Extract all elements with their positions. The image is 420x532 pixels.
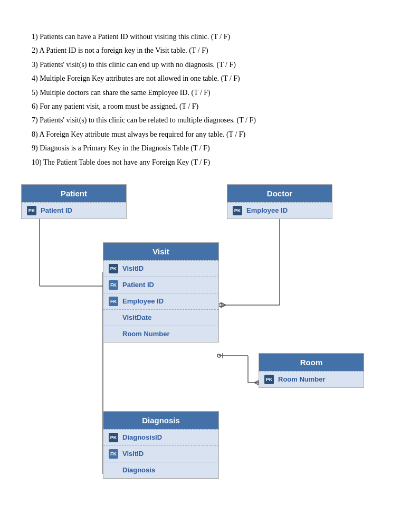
no-badge — [109, 313, 118, 322]
visitid-label: VisitID — [122, 450, 144, 458]
question-item: 9) Diagnosis is a Primary Key in the Dia… — [32, 142, 399, 154]
questions-list: 1) Patients can have a Patient ID withou… — [32, 31, 399, 168]
diagnosis-label: Diagnosis — [122, 466, 155, 474]
question-item: 4) Multiple Foreign Key attributes are n… — [32, 73, 399, 84]
visit-row-employeeid: FK Employee ID — [103, 293, 218, 309]
question-block: 1) Patients can have a Patient ID withou… — [21, 16, 399, 168]
table-patient: Patient PK Patient ID — [21, 184, 127, 219]
table-diagnosis: Diagnosis PK DiagnosisID FK VisitID Diag… — [103, 411, 219, 479]
question-item: 1) Patients can have a Patient ID withou… — [32, 31, 399, 43]
erd-diagram: Patient PK Patient ID Doctor PK Employee… — [21, 184, 401, 511]
roomnumber-label: Room Number — [278, 375, 326, 383]
room-header: Room — [259, 354, 364, 371]
patient-row-patientid: PK Patient ID — [22, 202, 126, 218]
svg-point-16 — [217, 354, 221, 357]
svg-line-7 — [221, 302, 226, 305]
employee-id-label: Employee ID — [122, 297, 164, 305]
diagnosis-row-visitid: FK VisitID — [103, 445, 218, 462]
patient-id-label: Patient ID — [122, 281, 154, 289]
pk-badge: PK — [109, 264, 118, 273]
question-item: 7) Patients' visit(s) to this clinic can… — [32, 115, 399, 126]
fk-badge: FK — [109, 297, 118, 306]
table-visit: Visit PK VisitID FK Patient ID FK Employ… — [103, 242, 219, 343]
table-doctor: Doctor PK Employee ID — [227, 184, 332, 219]
question-item: 5) Multiple doctors can share the same E… — [32, 87, 399, 99]
fk-badge: FK — [109, 449, 118, 459]
question-item: 8) A Foreign Key attribute must always b… — [32, 129, 399, 140]
visit-row-patientid: FK Patient ID — [103, 277, 218, 293]
doctor-row-employeeid: PK Employee ID — [227, 202, 332, 218]
question-item: 10) The Patient Table does not have any … — [32, 157, 399, 168]
employee-id-label: Employee ID — [246, 206, 288, 214]
pk-badge: PK — [233, 206, 242, 215]
visitid-label: VisitID — [122, 264, 144, 272]
no-badge — [109, 329, 118, 339]
patient-header: Patient — [22, 185, 126, 202]
visitdate-label: VisitDate — [122, 314, 151, 321]
fk-badge: FK — [109, 280, 118, 290]
question-item: 2) A Patient ID is not a foreign key in … — [32, 45, 399, 56]
pk-badge: PK — [264, 375, 274, 384]
diagnosis-header: Diagnosis — [103, 412, 218, 429]
pk-badge: PK — [109, 433, 118, 442]
svg-line-8 — [221, 305, 226, 308]
visit-header: Visit — [103, 243, 218, 260]
visit-row-visitdate: VisitDate — [103, 309, 218, 326]
diagnosisid-label: DiagnosisID — [122, 433, 162, 441]
roomnumber-label: Room Number — [122, 330, 170, 338]
room-row-roomnumber: PK Room Number — [259, 371, 364, 387]
question-item: 3) Patients' visit(s) to this clinic can… — [32, 59, 399, 71]
diagnosis-row-diagnosis: Diagnosis — [103, 462, 218, 478]
patient-id-label: Patient ID — [41, 206, 72, 214]
no-badge — [109, 466, 118, 475]
visit-row-visitid: PK VisitID — [103, 260, 218, 277]
svg-point-9 — [219, 303, 222, 307]
doctor-header: Doctor — [227, 185, 332, 202]
table-room: Room PK Room Number — [259, 353, 364, 388]
question-item: 6) For any patient visit, a room must be… — [32, 101, 399, 112]
diagnosis-row-diagnosisid: PK DiagnosisID — [103, 429, 218, 445]
question-header — [21, 16, 399, 27]
visit-row-roomnumber: Room Number — [103, 326, 218, 342]
pk-badge: PK — [27, 206, 36, 215]
